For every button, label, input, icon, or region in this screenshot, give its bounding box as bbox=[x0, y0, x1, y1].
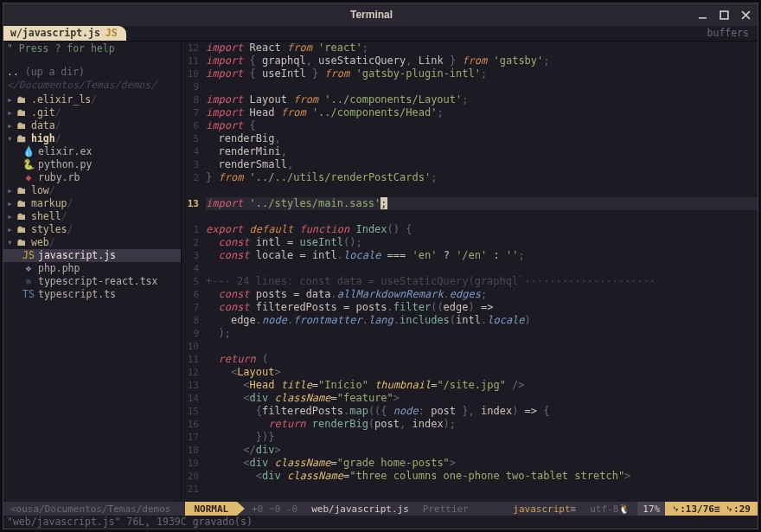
tree-folder[interactable]: ▸🖿.elixir_ls/ bbox=[3, 93, 181, 106]
code-line[interactable]: <div className="feature"> bbox=[206, 392, 758, 405]
cwd-path: </Documentos/Temas/demos/ bbox=[3, 79, 181, 92]
code-line[interactable]: const locale = intl.locale === 'en' ? '/… bbox=[206, 249, 758, 262]
folder-icon: 🖿 bbox=[16, 119, 28, 132]
code-line[interactable] bbox=[206, 210, 758, 223]
tree-folder[interactable]: ▾🖿web/ bbox=[3, 236, 181, 249]
code-line[interactable]: renderMini, bbox=[206, 145, 758, 158]
code-line[interactable]: <Layout> bbox=[206, 366, 758, 379]
tree-file[interactable]: 🐍python.py bbox=[3, 158, 181, 171]
tree-file[interactable]: TStypescript.ts bbox=[3, 288, 181, 301]
code-line[interactable]: import React from 'react'; bbox=[206, 42, 758, 54]
help-hint: " Press ? for help bbox=[3, 42, 181, 55]
tab-active[interactable]: w/javascript.js JS bbox=[3, 26, 126, 41]
code-line[interactable]: ); bbox=[206, 327, 758, 340]
code-line[interactable]: import Head from '../components/Head'; bbox=[206, 106, 758, 119]
tree-file[interactable]: 💧elixir.ex bbox=[3, 145, 181, 158]
code-line[interactable]: renderBig, bbox=[206, 132, 758, 145]
code-line[interactable]: import '../styles/main.sass'; bbox=[206, 197, 758, 210]
code-line[interactable]: return ( bbox=[206, 353, 758, 366]
folder-icon: 🖿 bbox=[16, 223, 28, 236]
tree-file[interactable]: ◆ruby.rb bbox=[3, 171, 181, 184]
code-line[interactable]: const filteredPosts = posts.filter((edge… bbox=[206, 301, 758, 314]
file-icon: 🐍 bbox=[22, 158, 35, 171]
tree-folder[interactable]: ▸🖿.git/ bbox=[3, 106, 181, 119]
code-line[interactable]: export default function Index() { bbox=[206, 223, 758, 236]
folder-icon: 🖿 bbox=[16, 132, 28, 145]
code-line[interactable] bbox=[206, 340, 758, 353]
folder-icon: 🖿 bbox=[16, 210, 28, 223]
os-icon: 🐧 bbox=[618, 503, 630, 516]
folder-icon: 🖿 bbox=[16, 106, 28, 119]
code-line[interactable]: const posts = data.allMarkdownRemark.edg… bbox=[206, 288, 758, 301]
folder-icon: 🖿 bbox=[16, 93, 28, 106]
status-percent: 17% bbox=[637, 502, 665, 516]
code-line[interactable]: renderSmall, bbox=[206, 158, 758, 171]
code-line[interactable] bbox=[206, 262, 758, 275]
file-icon: ⚛ bbox=[22, 275, 35, 288]
code-line[interactable]: import { graphql, useStaticQuery, Link }… bbox=[206, 54, 758, 67]
folder-icon: 🖿 bbox=[16, 197, 28, 210]
maximize-button[interactable] bbox=[719, 10, 729, 20]
buffers-button[interactable]: buffers bbox=[695, 26, 758, 41]
file-icon: JS bbox=[22, 249, 35, 262]
code-line[interactable]: edge.node.frontmatter.lang.includes(intl… bbox=[206, 314, 758, 327]
close-button[interactable] bbox=[741, 10, 751, 20]
status-git: +0 ~0 -0 bbox=[245, 502, 304, 516]
tree-file[interactable]: ❖php.php bbox=[3, 262, 181, 275]
code-editor[interactable]: 1211109876543213123456789101112131415161… bbox=[182, 42, 758, 502]
filetype-badge: JS bbox=[106, 27, 118, 40]
tree-folder[interactable]: ▸🖿shell/ bbox=[3, 210, 181, 223]
code-line[interactable]: import { useIntl } from 'gatsby-plugin-i… bbox=[206, 67, 758, 80]
code-line[interactable]: const intl = useIntl(); bbox=[206, 236, 758, 249]
code-line[interactable]: <div className="grade home-posts"> bbox=[206, 457, 758, 470]
tab-label: w/javascript.js bbox=[10, 27, 100, 40]
code-line[interactable]: })} bbox=[206, 431, 758, 444]
file-icon: ◆ bbox=[22, 171, 35, 184]
message-line: "web/javascript.js" 76L, 1939C gravado(s… bbox=[3, 516, 758, 529]
code-line[interactable]: {filteredPosts.map(({ node: post }, inde… bbox=[206, 405, 758, 418]
tree-folder[interactable]: ▾🖿high/ bbox=[3, 132, 181, 145]
svg-rect-0 bbox=[720, 11, 728, 19]
window-title: Terminal bbox=[45, 9, 698, 22]
status-file: web/javascript.js bbox=[304, 502, 416, 516]
file-icon: ❖ bbox=[22, 262, 35, 275]
file-icon: 💧 bbox=[22, 145, 35, 158]
up-directory[interactable]: .. (up a dir) bbox=[3, 66, 181, 79]
folder-icon: 🖿 bbox=[16, 236, 28, 249]
tabline: w/javascript.js JS buffers bbox=[3, 26, 758, 42]
tree-file[interactable]: JSjavascript.js bbox=[3, 249, 181, 262]
status-linter: Prettier bbox=[416, 502, 476, 516]
code-line[interactable]: import Layout from '../components/Layout… bbox=[206, 93, 758, 106]
tree-folder[interactable]: ▸🖿data/ bbox=[3, 119, 181, 132]
tree-folder[interactable]: ▸🖿styles/ bbox=[3, 223, 181, 236]
code-line[interactable] bbox=[206, 80, 758, 93]
code-line[interactable]: </div> bbox=[206, 444, 758, 457]
folder-icon: 🖿 bbox=[16, 184, 28, 197]
tree-folder[interactable]: ▸🖿markup/ bbox=[3, 197, 181, 210]
file-explorer[interactable]: " Press ? for help .. (up a dir) </Docum… bbox=[3, 42, 181, 502]
code-line[interactable]: } from '../../utils/renderPostCards'; bbox=[206, 171, 758, 184]
tree-folder[interactable]: ▸🖿low/ bbox=[3, 184, 181, 197]
minimize-button[interactable] bbox=[698, 10, 707, 20]
status-filetype: javascript ≡ bbox=[506, 502, 583, 516]
code-area[interactable]: import React from 'react';import { graph… bbox=[206, 42, 758, 502]
statusline: <ousa/Documentos/Temas/demos NORMAL +0 ~… bbox=[3, 502, 758, 516]
status-path: <ousa/Documentos/Temas/demos bbox=[3, 502, 177, 516]
code-line[interactable]: <div className="three columns one-phone … bbox=[206, 470, 758, 483]
code-line[interactable]: <Head title="Início" thumbnail="/site.jp… bbox=[206, 379, 758, 392]
code-line[interactable]: import { bbox=[206, 119, 758, 132]
window-titlebar: Terminal bbox=[3, 3, 758, 26]
file-icon: TS bbox=[22, 288, 35, 301]
line-number-gutter: 1211109876543213123456789101112131415161… bbox=[182, 42, 206, 502]
code-line[interactable]: +--- 24 lines: const data = useStaticQue… bbox=[206, 275, 758, 288]
status-position: ␊:13/76≡ ␊:29 bbox=[665, 502, 758, 516]
code-line[interactable] bbox=[206, 184, 758, 197]
status-encoding: utf-8 🐧 bbox=[583, 502, 637, 516]
tree-file[interactable]: ⚛typescript-react.tsx bbox=[3, 275, 181, 288]
code-line[interactable]: return renderBig(post, index); bbox=[206, 418, 758, 431]
status-mode: NORMAL bbox=[185, 502, 237, 516]
